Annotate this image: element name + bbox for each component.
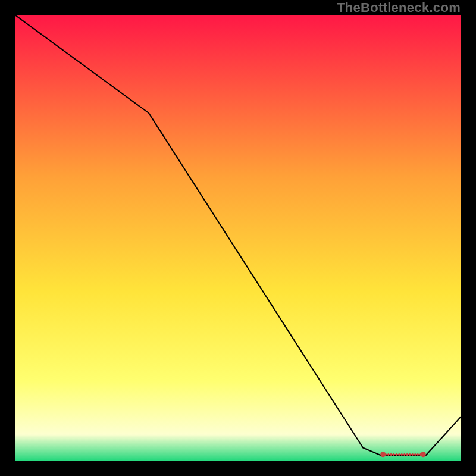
- tick-endpoint: [380, 452, 386, 457]
- gradient-background: [15, 15, 461, 461]
- chart-plot: [15, 15, 461, 461]
- chart-frame: TheBottleneck.com: [0, 0, 476, 476]
- watermark-text: TheBottleneck.com: [337, 0, 461, 15]
- tick-endpoint: [421, 452, 426, 457]
